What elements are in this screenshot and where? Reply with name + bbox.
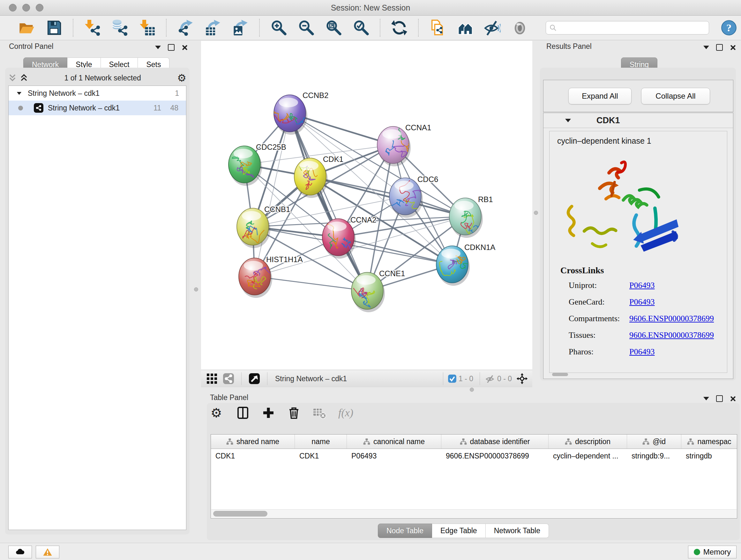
first-neighbors-icon[interactable] [457,19,473,36]
control-panel-collapse-icon[interactable] [155,46,161,49]
results-entry-box: CDK1 cyclin–dependent kinase 1 [543,113,733,379]
network-options-gear-icon[interactable]: ⚙ [177,73,186,83]
cell--id[interactable]: stringdb:9... [627,449,681,463]
selected-checkbox-icon[interactable] [448,374,457,383]
node-RB1[interactable]: RB1 [449,195,493,238]
cloud-button[interactable] [8,546,32,558]
crosslink-link[interactable]: P06493 [629,281,655,290]
grid-view-icon[interactable] [206,373,218,384]
column-header-name[interactable]: name [295,435,347,449]
network-view-icon[interactable] [223,373,234,384]
memory-button[interactable]: Memory [688,546,737,558]
tab-node-table[interactable]: Node Table [378,523,432,538]
collapse-all-button[interactable]: Collapse All [641,88,710,105]
zoom-in-icon[interactable] [270,19,287,36]
node-CDC25B[interactable]: CDC25B [228,143,286,186]
cell-canonical-name[interactable]: P06493 [347,449,441,463]
right-splitter-handle[interactable] [534,211,538,215]
column-header-description[interactable]: description [549,435,627,449]
expand-all-chevron-icon[interactable] [8,74,17,82]
node-CDK1[interactable]: CDK1 [294,155,343,198]
import-database-icon[interactable] [111,19,128,36]
window-title: Session: New Session [0,3,741,12]
bottom-splitter-handle[interactable] [470,388,474,392]
column-header-database-identifier[interactable]: database identifier [441,435,549,449]
function-builder-icon[interactable]: f(x) [338,407,353,419]
table-hscroll-thumb[interactable] [213,511,267,516]
export-table-icon[interactable] [205,19,221,36]
cell-description[interactable]: cyclin–dependent ... [549,449,627,463]
node-CCNA1[interactable]: CCNA1 [377,123,431,166]
crosslink-link[interactable]: P06493 [629,347,655,357]
table-settings-gear-icon[interactable]: ⚙ [211,406,224,420]
open-folder-icon[interactable] [18,19,35,36]
tab-network-table[interactable]: Network Table [486,523,549,538]
column-header--id[interactable]: @id [627,435,681,449]
column-header-canonical-name[interactable]: canonical name [347,435,441,449]
network-graph[interactable]: CCNB2CCNA1CDC25BCDK1CDC6RB1CCNB1CCNA2CDK… [201,41,532,370]
entry-expand-icon[interactable] [565,119,571,122]
network-canvas[interactable]: CCNB2CCNA1CDC25BCDK1CDC6RB1CCNB1CCNA2CDK… [201,41,532,370]
column-header-namespac[interactable]: namespac [681,435,737,449]
refresh-icon[interactable] [391,19,408,36]
cell-database-identifier[interactable]: 9606.ENSP00000378699 [441,449,549,463]
export-image-icon[interactable] [232,19,249,36]
table-panel-close-icon[interactable] [730,396,736,401]
help-icon[interactable]: ? [721,19,737,36]
save-icon[interactable] [46,19,62,36]
control-panel-close-icon[interactable] [182,45,187,51]
node-HIST1H1A[interactable]: HIST1H1A [239,255,303,298]
table-hscrollbar[interactable] [211,509,737,518]
crosslink-link[interactable]: P06493 [629,297,655,307]
zoom-fit-icon[interactable] [325,19,342,36]
show-columns-icon[interactable] [236,406,250,420]
results-panel-close-icon[interactable] [730,45,736,51]
hidden-eye-icon[interactable] [484,374,495,383]
birdseye-view-icon[interactable] [249,373,260,384]
table-panel-collapse-icon[interactable] [703,397,709,400]
column-header-shared-name[interactable]: shared name [211,435,295,449]
cell-namespac[interactable]: stringdb [681,449,737,463]
tab-edge-table[interactable]: Edge Table [432,523,486,538]
cell-shared-name[interactable]: CDK1 [211,449,295,463]
search-input[interactable] [557,22,709,33]
node-CCNE1[interactable]: CCNE1 [351,269,405,312]
crosslink-row: Uniprot:P06493 [569,281,722,290]
control-panel-float-icon[interactable] [168,44,175,51]
results-panel-collapse-icon[interactable] [703,46,709,49]
delete-table-icon[interactable] [313,406,326,420]
table-toolbar: ⚙ f(x) [211,406,353,420]
entry-header[interactable]: CDK1 [543,113,733,128]
warnings-button[interactable] [36,546,59,558]
table-panel-float-icon[interactable] [716,395,723,402]
table-row[interactable]: CDK1CDK1P064939606.ENSP00000378699cyclin… [211,449,737,463]
export-network-icon[interactable] [177,19,194,36]
cell-name[interactable]: CDK1 [295,449,347,463]
node-CCNB2[interactable]: CCNB2 [270,91,329,135]
delete-column-trash-icon[interactable] [287,406,300,420]
clone-network-icon[interactable] [429,19,446,36]
network-row[interactable]: String Network – cdk1 11 48 [9,101,186,115]
crosslink-link[interactable]: 9606.ENSP00000378699 [629,330,714,340]
zoom-selected-icon[interactable] [353,19,369,36]
zoom-out-icon[interactable] [298,19,314,36]
fit-selected-move-icon[interactable] [516,373,528,384]
expand-all-button[interactable]: Expand All [568,88,631,105]
results-panel-float-icon[interactable] [716,44,723,51]
node-CDKN1A[interactable]: CDKN1A [436,243,495,286]
crosslink-link[interactable]: 9606.ENSP00000378699 [629,314,714,323]
results-scroll-thumb[interactable] [552,373,568,376]
network-collection-row[interactable]: String Network – cdk1 1 [9,86,186,101]
collection-expand-icon[interactable] [17,92,21,95]
hide-selected-icon[interactable] [484,19,501,36]
collapse-all-chevron-icon[interactable] [20,74,28,82]
left-splitter-handle[interactable] [194,287,198,292]
edge-CCNB2-CCNE1[interactable] [290,113,367,291]
column-type-icon [687,438,694,445]
import-network-icon[interactable] [84,19,100,36]
crosslink-label: Tissues: [569,330,629,340]
show-all-icon[interactable] [512,19,528,36]
add-column-icon[interactable] [262,406,275,420]
search-box[interactable] [546,21,709,35]
import-table-icon[interactable] [139,19,155,36]
